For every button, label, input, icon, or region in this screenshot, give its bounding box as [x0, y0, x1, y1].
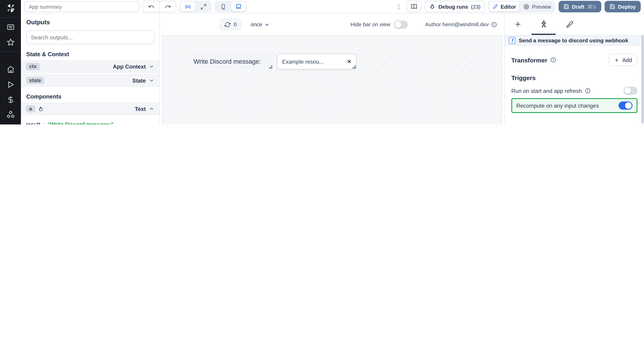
- component-output-row[interactable]: a Text: [21, 103, 159, 115]
- preview-label: Preview: [532, 4, 551, 10]
- resource-select-value: Example resou...: [282, 58, 347, 65]
- info-icon[interactable]: [491, 22, 497, 28]
- windmill-app-editor: ⋮ Debug runs (23) Editor Preview Draft: [0, 0, 644, 124]
- center-column: 0 once Hide bar on view Author henri@win…: [160, 14, 505, 124]
- chevron-down-icon: [149, 78, 154, 84]
- state-label: State: [132, 77, 146, 84]
- debug-runs-count: (23): [471, 4, 480, 10]
- selected-runnable-title: Send a message to discord using webhook: [519, 37, 628, 43]
- component-id-badge: a: [26, 105, 35, 112]
- clear-selection-x-icon[interactable]: ×: [347, 58, 351, 65]
- recompute-on-input-row: Recompute on any input changes: [511, 98, 638, 113]
- ctx-label: App Context: [113, 64, 146, 70]
- resource-select-component[interactable]: Example resou... ×: [277, 54, 356, 70]
- run-on-start-toggle[interactable]: [624, 86, 638, 95]
- vertical-scrollbar[interactable]: [641, 35, 644, 124]
- draft-button[interactable]: Draft ⌘S: [558, 1, 601, 12]
- chevron-down-icon: [149, 64, 154, 70]
- redo-button[interactable]: [159, 1, 176, 12]
- editor-label: Editor: [500, 4, 516, 10]
- deploy-button[interactable]: Deploy: [604, 1, 641, 12]
- tab-preview[interactable]: Preview: [520, 2, 554, 12]
- triggers-title: Triggers: [511, 74, 638, 82]
- author-info: Author henri@windmill.dev: [425, 21, 497, 28]
- tab-insert-plus-icon[interactable]: [505, 14, 531, 35]
- draft-label: Draft: [572, 4, 584, 10]
- schedules-calendar-icon[interactable]: [0, 122, 21, 124]
- docs-book-button[interactable]: [407, 1, 422, 12]
- resize-handle[interactable]: [352, 65, 356, 68]
- component-type-label: Text: [135, 106, 146, 112]
- app-summary-input[interactable]: [24, 1, 139, 12]
- search-outputs-input[interactable]: [26, 30, 154, 44]
- text-component[interactable]: Write Discord message:: [192, 54, 273, 69]
- undo-redo-group: [142, 1, 176, 12]
- components-title: Components: [21, 93, 159, 100]
- favorites-star-icon[interactable]: [0, 34, 21, 50]
- component-output-props: result:"Write Discord message:" loading:…: [21, 116, 159, 124]
- app-canvas[interactable]: Write Discord message: Example resou... …: [162, 35, 502, 124]
- tab-editor[interactable]: Editor: [489, 2, 519, 12]
- debug-runs-button[interactable]: Debug runs (23): [425, 1, 485, 12]
- frequency-dropdown[interactable]: once: [250, 21, 270, 28]
- draft-shortcut: ⌘S: [587, 4, 596, 10]
- editor-preview-group: Editor Preview: [488, 1, 555, 12]
- output-key-value[interactable]: result:"Write Discord message:": [21, 120, 159, 124]
- layout-mode-group: [180, 1, 212, 12]
- recompute-toggle[interactable]: [618, 102, 632, 110]
- desktop-view-button[interactable]: [231, 2, 246, 12]
- selected-runnable-header: f Send a message to discord using webhoo…: [505, 35, 644, 46]
- run-on-start-label: Run on start and app refresh: [511, 88, 582, 94]
- frequency-value: once: [250, 21, 262, 28]
- top-toolbar: ⋮ Debug runs (23) Editor Preview Draft: [21, 0, 644, 14]
- tab-styling-paintbrush-icon[interactable]: [556, 14, 582, 35]
- chevron-up-icon[interactable]: [149, 106, 154, 112]
- runs-play-icon[interactable]: [0, 77, 21, 92]
- mobile-view-button[interactable]: [216, 2, 230, 12]
- tab-settings-diamonds-icon[interactable]: [531, 14, 557, 35]
- output-row-ctx[interactable]: ctx App Context: [21, 60, 159, 73]
- center-layout-button[interactable]: [180, 2, 195, 12]
- pointer-hand-icon: [38, 106, 44, 112]
- rail-divider: [0, 51, 21, 52]
- debug-runs-label: Debug runs: [438, 4, 468, 10]
- refresh-icon: [225, 22, 230, 28]
- outputs-title: Outputs: [21, 18, 159, 26]
- outputs-panel: Outputs State & Context ctx App Context …: [21, 14, 160, 124]
- fullscreen-layout-button[interactable]: [196, 2, 211, 12]
- home-icon[interactable]: [0, 62, 21, 77]
- apps-icon[interactable]: [0, 19, 21, 34]
- plus-icon: [614, 57, 620, 62]
- hide-bar-on-view: Hide bar on view: [350, 20, 408, 28]
- chevron-down-icon: [264, 22, 270, 28]
- undo-button[interactable]: [143, 1, 159, 12]
- transformer-title: Transformer: [511, 56, 547, 64]
- resources-hub-icon[interactable]: [0, 107, 21, 122]
- output-row-state[interactable]: state State: [21, 74, 159, 87]
- state-badge: state: [26, 77, 44, 84]
- rail-divider: [0, 17, 21, 18]
- refresh-count-button[interactable]: 0: [220, 18, 242, 31]
- variables-dollar-icon[interactable]: [0, 92, 21, 107]
- device-mode-group: [215, 1, 247, 12]
- text-component-value: Write Discord message:: [192, 58, 261, 65]
- more-options-kebab-icon[interactable]: ⋮: [394, 3, 404, 10]
- canvas-toolbar: 0 once Hide bar on view Author henri@win…: [160, 14, 504, 35]
- add-transformer-button[interactable]: Add: [609, 54, 638, 66]
- resize-handle[interactable]: [269, 65, 272, 68]
- refresh-count: 0: [234, 21, 237, 28]
- deploy-label: Deploy: [618, 4, 636, 10]
- info-icon[interactable]: [550, 57, 556, 63]
- author-label: Author henri@windmill.dev: [425, 21, 489, 28]
- components-list: a Text result:"Write Discord message:" l…: [21, 103, 159, 124]
- right-panel-tabs: [505, 14, 644, 35]
- nav-rail: [0, 0, 21, 124]
- hide-bar-toggle[interactable]: [394, 20, 408, 28]
- info-icon[interactable]: [585, 88, 591, 94]
- state-context-title: State & Context: [21, 51, 159, 58]
- hide-bar-label: Hide bar on view: [350, 21, 390, 28]
- run-on-start-row: Run on start and app refresh: [511, 86, 638, 95]
- windmill-logo[interactable]: [5, 3, 16, 13]
- ctx-badge: ctx: [26, 63, 40, 70]
- recompute-label: Recompute on any input changes: [516, 102, 599, 108]
